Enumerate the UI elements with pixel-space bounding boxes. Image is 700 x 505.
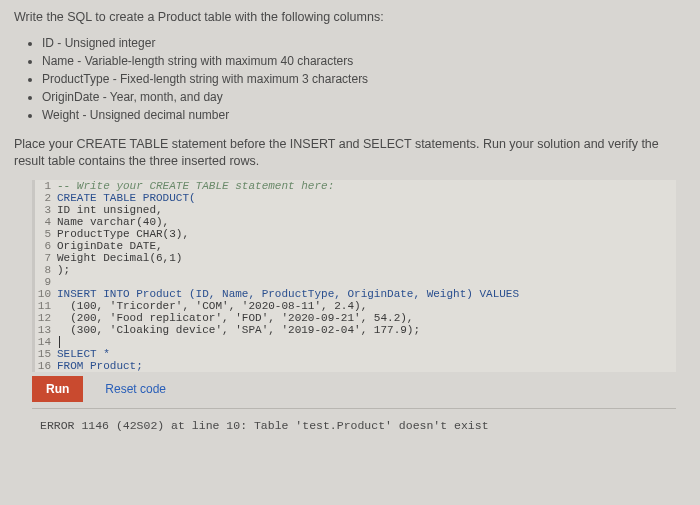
spec-item: Name - Variable-length string with maxim… [42, 52, 686, 70]
spec-item: OriginDate - Year, month, and day [42, 88, 686, 106]
line-number: 4 [35, 216, 57, 228]
output-panel: ERROR 1146 (42S02) at line 10: Table 'te… [32, 408, 676, 432]
line-number: 12 [35, 312, 57, 324]
line-number: 11 [35, 300, 57, 312]
text-cursor [59, 336, 60, 348]
code-line[interactable]: Weight Decimal(6,1) [57, 252, 182, 264]
code-editor[interactable]: 1-- Write your CREATE TABLE statement he… [32, 180, 676, 372]
reset-code-link[interactable]: Reset code [105, 382, 166, 396]
line-number: 2 [35, 192, 57, 204]
code-line[interactable]: CREATE TABLE PRODUCT( [57, 192, 196, 204]
code-line[interactable]: ); [57, 264, 70, 276]
prompt-instructions: Place your CREATE TABLE statement before… [14, 136, 686, 170]
code-line[interactable]: Name varchar(40), [57, 216, 169, 228]
error-message: ERROR 1146 (42S02) at line 10: Table 'te… [40, 419, 489, 432]
spec-item: ID - Unsigned integer [42, 34, 686, 52]
line-number: 1 [35, 180, 57, 192]
code-line[interactable]: INSERT INTO Product (ID, Name, ProductTy… [57, 288, 519, 300]
line-number: 7 [35, 252, 57, 264]
line-number: 13 [35, 324, 57, 336]
code-line[interactable]: ProductType CHAR(3), [57, 228, 189, 240]
line-number: 9 [35, 276, 57, 288]
code-line[interactable]: (300, 'Cloaking device', 'SPA', '2019-02… [57, 324, 420, 336]
run-button[interactable]: Run [32, 376, 83, 402]
code-line[interactable]: OriginDate DATE, [57, 240, 163, 252]
code-line[interactable]: (100, 'Tricorder', 'COM', '2020-08-11', … [57, 300, 367, 312]
spec-item: ProductType - Fixed-length string with m… [42, 70, 686, 88]
code-line[interactable]: ID int unsigned, [57, 204, 163, 216]
code-line[interactable]: FROM Product; [57, 360, 143, 372]
code-line[interactable]: -- Write your CREATE TABLE statement her… [57, 180, 334, 192]
spec-item: Weight - Unsigned decimal number [42, 106, 686, 124]
line-number: 15 [35, 348, 57, 360]
line-number: 10 [35, 288, 57, 300]
line-number: 5 [35, 228, 57, 240]
button-row: Run Reset code [32, 376, 686, 402]
line-number: 16 [35, 360, 57, 372]
code-line[interactable]: SELECT * [57, 348, 110, 360]
line-number: 3 [35, 204, 57, 216]
line-number: 8 [35, 264, 57, 276]
code-line[interactable] [57, 336, 60, 348]
code-line[interactable]: (200, 'Food replicator', 'FOD', '2020-09… [57, 312, 413, 324]
line-number: 14 [35, 336, 57, 348]
line-number: 6 [35, 240, 57, 252]
prompt-intro: Write the SQL to create a Product table … [14, 10, 686, 24]
column-spec-list: ID - Unsigned integer Name - Variable-le… [42, 34, 686, 124]
